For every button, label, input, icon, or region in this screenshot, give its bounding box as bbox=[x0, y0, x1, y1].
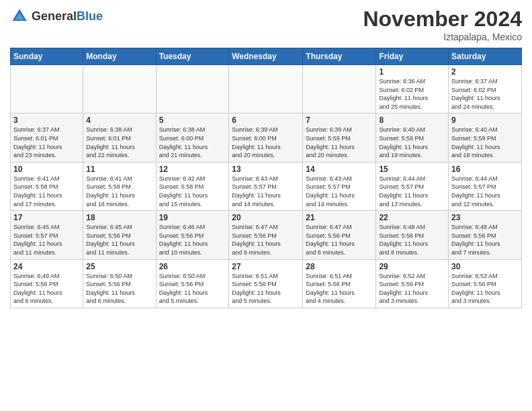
calendar-cell-w2-d4: 6Sunrise: 6:39 AM Sunset: 6:00 PM Daylig… bbox=[229, 113, 303, 162]
calendar-cell-w2-d2: 4Sunrise: 6:38 AM Sunset: 6:01 PM Daylig… bbox=[83, 113, 156, 162]
calendar-cell-w2-d1: 3Sunrise: 6:37 AM Sunset: 6:01 PM Daylig… bbox=[11, 113, 83, 162]
day-number: 7 bbox=[306, 116, 373, 125]
header: GeneralBlue November 2024 Iztapalapa, Me… bbox=[10, 7, 522, 42]
col-sunday: Sunday bbox=[11, 48, 83, 65]
day-info: Sunrise: 6:44 AM Sunset: 5:57 PM Dayligh… bbox=[379, 175, 445, 208]
calendar-cell-w2-d5: 7Sunrise: 6:39 AM Sunset: 5:59 PM Daylig… bbox=[303, 113, 376, 162]
col-friday: Friday bbox=[376, 48, 449, 65]
day-number: 30 bbox=[451, 262, 519, 271]
logo-icon bbox=[10, 7, 29, 26]
calendar-cell-w5-d6: 29Sunrise: 6:52 AM Sunset: 5:56 PM Dayli… bbox=[376, 259, 449, 308]
calendar-cell-w1-d6: 1Sunrise: 6:36 AM Sunset: 6:02 PM Daylig… bbox=[376, 65, 449, 113]
day-number: 22 bbox=[379, 213, 445, 222]
day-number: 24 bbox=[13, 262, 80, 271]
calendar-cell-w5-d1: 24Sunrise: 6:49 AM Sunset: 5:56 PM Dayli… bbox=[11, 259, 83, 308]
day-number: 17 bbox=[13, 213, 80, 222]
logo-text: GeneralBlue bbox=[32, 9, 103, 24]
calendar-cell-w1-d1 bbox=[11, 65, 83, 113]
calendar-cell-w5-d4: 27Sunrise: 6:51 AM Sunset: 5:56 PM Dayli… bbox=[229, 259, 303, 308]
day-info: Sunrise: 6:48 AM Sunset: 5:56 PM Dayligh… bbox=[379, 223, 445, 257]
col-thursday: Thursday bbox=[303, 48, 376, 65]
location: Iztapalapa, Mexico bbox=[363, 32, 522, 42]
day-number: 9 bbox=[451, 116, 519, 125]
calendar-cell-w2-d6: 8Sunrise: 6:40 AM Sunset: 5:59 PM Daylig… bbox=[376, 113, 449, 162]
day-info: Sunrise: 6:37 AM Sunset: 6:02 PM Dayligh… bbox=[451, 77, 519, 111]
day-number: 15 bbox=[379, 165, 445, 174]
day-number: 23 bbox=[451, 213, 519, 222]
day-number: 19 bbox=[159, 213, 226, 222]
day-info: Sunrise: 6:51 AM Sunset: 5:56 PM Dayligh… bbox=[306, 272, 373, 306]
day-number: 28 bbox=[306, 262, 373, 271]
calendar-cell-w5-d5: 28Sunrise: 6:51 AM Sunset: 5:56 PM Dayli… bbox=[303, 259, 376, 308]
day-number: 10 bbox=[13, 165, 80, 174]
calendar-row-3: 10Sunrise: 6:41 AM Sunset: 5:58 PM Dayli… bbox=[11, 162, 522, 210]
day-info: Sunrise: 6:41 AM Sunset: 5:58 PM Dayligh… bbox=[13, 175, 80, 208]
day-info: Sunrise: 6:39 AM Sunset: 6:00 PM Dayligh… bbox=[232, 126, 300, 159]
title-section: November 2024 Iztapalapa, Mexico bbox=[363, 7, 522, 42]
calendar-cell-w4-d7: 23Sunrise: 6:48 AM Sunset: 5:56 PM Dayli… bbox=[449, 211, 522, 259]
calendar-cell-w4-d6: 22Sunrise: 6:48 AM Sunset: 5:56 PM Dayli… bbox=[376, 211, 449, 259]
calendar-row-1: 1Sunrise: 6:36 AM Sunset: 6:02 PM Daylig… bbox=[11, 65, 522, 113]
calendar-cell-w3-d6: 15Sunrise: 6:44 AM Sunset: 5:57 PM Dayli… bbox=[376, 162, 449, 210]
logo-general: General bbox=[32, 9, 77, 23]
calendar-header-row: Sunday Monday Tuesday Wednesday Thursday… bbox=[11, 48, 522, 65]
day-info: Sunrise: 6:47 AM Sunset: 5:56 PM Dayligh… bbox=[306, 223, 373, 257]
day-number: 4 bbox=[86, 116, 152, 125]
day-number: 5 bbox=[159, 116, 226, 125]
day-info: Sunrise: 6:51 AM Sunset: 5:56 PM Dayligh… bbox=[232, 272, 300, 306]
day-number: 27 bbox=[232, 262, 300, 271]
day-number: 8 bbox=[379, 116, 445, 125]
calendar-cell-w4-d1: 17Sunrise: 6:45 AM Sunset: 5:57 PM Dayli… bbox=[11, 211, 83, 259]
calendar-row-4: 17Sunrise: 6:45 AM Sunset: 5:57 PM Dayli… bbox=[11, 211, 522, 259]
col-saturday: Saturday bbox=[449, 48, 522, 65]
day-number: 1 bbox=[379, 67, 445, 77]
day-info: Sunrise: 6:44 AM Sunset: 5:57 PM Dayligh… bbox=[451, 175, 519, 208]
calendar-row-2: 3Sunrise: 6:37 AM Sunset: 6:01 PM Daylig… bbox=[11, 113, 522, 162]
day-info: Sunrise: 6:42 AM Sunset: 5:58 PM Dayligh… bbox=[159, 175, 226, 208]
day-number: 3 bbox=[13, 116, 80, 125]
day-info: Sunrise: 6:46 AM Sunset: 5:56 PM Dayligh… bbox=[159, 223, 226, 257]
day-info: Sunrise: 6:45 AM Sunset: 5:56 PM Dayligh… bbox=[86, 223, 152, 257]
calendar-cell-w5-d2: 25Sunrise: 6:50 AM Sunset: 5:56 PM Dayli… bbox=[83, 259, 156, 308]
col-tuesday: Tuesday bbox=[156, 48, 229, 65]
day-info: Sunrise: 6:50 AM Sunset: 5:56 PM Dayligh… bbox=[86, 272, 152, 306]
calendar-cell-w1-d7: 2Sunrise: 6:37 AM Sunset: 6:02 PM Daylig… bbox=[449, 65, 522, 113]
day-info: Sunrise: 6:36 AM Sunset: 6:02 PM Dayligh… bbox=[379, 77, 445, 111]
day-info: Sunrise: 6:47 AM Sunset: 5:56 PM Dayligh… bbox=[232, 223, 300, 257]
logo-blue: Blue bbox=[77, 9, 103, 23]
calendar-cell-w2-d3: 5Sunrise: 6:38 AM Sunset: 6:00 PM Daylig… bbox=[156, 113, 229, 162]
day-number: 14 bbox=[306, 165, 373, 174]
col-wednesday: Wednesday bbox=[229, 48, 303, 65]
day-info: Sunrise: 6:41 AM Sunset: 5:58 PM Dayligh… bbox=[86, 175, 152, 208]
calendar-cell-w1-d2 bbox=[83, 65, 156, 113]
calendar-cell-w5-d3: 26Sunrise: 6:50 AM Sunset: 5:56 PM Dayli… bbox=[156, 259, 229, 308]
day-number: 16 bbox=[451, 165, 519, 174]
month-title: November 2024 bbox=[363, 7, 522, 32]
calendar-cell-w1-d3 bbox=[156, 65, 229, 113]
day-info: Sunrise: 6:40 AM Sunset: 5:59 PM Dayligh… bbox=[379, 126, 445, 159]
calendar-cell-w3-d5: 14Sunrise: 6:43 AM Sunset: 5:57 PM Dayli… bbox=[303, 162, 376, 210]
day-info: Sunrise: 6:43 AM Sunset: 5:57 PM Dayligh… bbox=[232, 175, 300, 208]
day-number: 18 bbox=[86, 213, 152, 222]
day-number: 21 bbox=[306, 213, 373, 222]
calendar-cell-w3-d7: 16Sunrise: 6:44 AM Sunset: 5:57 PM Dayli… bbox=[449, 162, 522, 210]
day-info: Sunrise: 6:52 AM Sunset: 5:56 PM Dayligh… bbox=[379, 272, 445, 306]
day-number: 20 bbox=[232, 213, 300, 222]
calendar-cell-w3-d4: 13Sunrise: 6:43 AM Sunset: 5:57 PM Dayli… bbox=[229, 162, 303, 210]
day-info: Sunrise: 6:37 AM Sunset: 6:01 PM Dayligh… bbox=[13, 126, 80, 159]
day-number: 2 bbox=[451, 67, 519, 77]
day-number: 13 bbox=[232, 165, 300, 174]
day-info: Sunrise: 6:45 AM Sunset: 5:57 PM Dayligh… bbox=[13, 223, 80, 257]
calendar-cell-w3-d3: 12Sunrise: 6:42 AM Sunset: 5:58 PM Dayli… bbox=[156, 162, 229, 210]
day-info: Sunrise: 6:38 AM Sunset: 6:00 PM Dayligh… bbox=[159, 126, 226, 159]
day-info: Sunrise: 6:50 AM Sunset: 5:56 PM Dayligh… bbox=[159, 272, 226, 306]
day-number: 29 bbox=[379, 262, 445, 271]
page: GeneralBlue November 2024 Iztapalapa, Me… bbox=[0, 0, 532, 411]
day-info: Sunrise: 6:38 AM Sunset: 6:01 PM Dayligh… bbox=[86, 126, 152, 159]
calendar-cell-w3-d1: 10Sunrise: 6:41 AM Sunset: 5:58 PM Dayli… bbox=[11, 162, 83, 210]
day-number: 26 bbox=[159, 262, 226, 271]
calendar-cell-w5-d7: 30Sunrise: 6:53 AM Sunset: 5:56 PM Dayli… bbox=[449, 259, 522, 308]
day-number: 12 bbox=[159, 165, 226, 174]
calendar-cell-w4-d3: 19Sunrise: 6:46 AM Sunset: 5:56 PM Dayli… bbox=[156, 211, 229, 259]
calendar-cell-w1-d4 bbox=[229, 65, 303, 113]
